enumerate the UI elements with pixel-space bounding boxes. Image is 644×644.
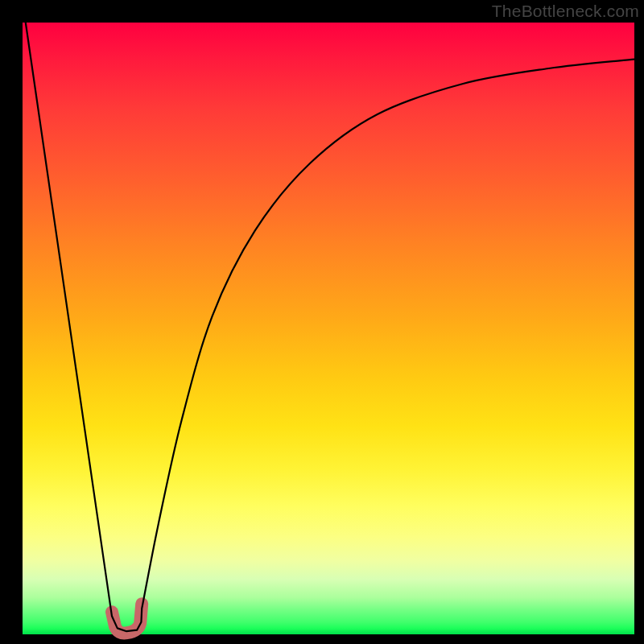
watermark-text: TheBottleneck.com <box>492 2 639 21</box>
chart-frame: TheBottleneck.com <box>0 0 644 644</box>
plot-area <box>23 23 634 634</box>
curve-layer <box>23 23 634 634</box>
bottleneck-curve <box>26 23 634 631</box>
